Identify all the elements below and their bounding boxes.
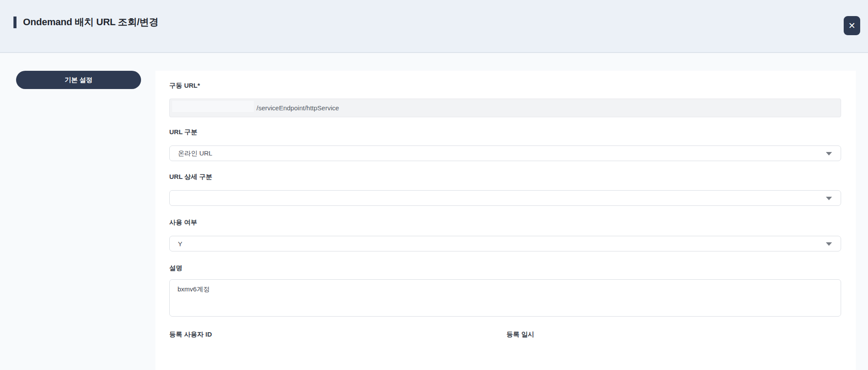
tab-basic-settings-label: 기본 설정 <box>65 76 92 84</box>
registration-info-row: 등록 사용자 ID 등록 일시 <box>169 330 841 338</box>
run-url-field: /serviceEndpoint/httpService <box>169 99 841 117</box>
page-title: Ondemand 배치 URL 조회/변경 <box>23 16 158 29</box>
use-yn-value: Y <box>170 240 182 248</box>
url-type-value: 온라인 URL <box>170 149 212 158</box>
use-yn-label: 사용 여부 <box>169 218 841 226</box>
description-textarea[interactable]: bxmv6계정 <box>169 279 841 317</box>
url-detail-type-label: URL 상세 구분 <box>169 173 841 181</box>
chevron-down-icon <box>826 242 832 246</box>
reg-user-id-label: 등록 사용자 ID <box>169 330 212 338</box>
tab-basic-settings[interactable]: 기본 설정 <box>16 71 141 89</box>
use-yn-select[interactable]: Y <box>169 236 841 251</box>
chevron-down-icon <box>826 197 832 200</box>
close-icon: ✕ <box>848 21 856 30</box>
dialog-header: Ondemand 배치 URL 조회/변경 ✕ <box>0 0 868 53</box>
description-label: 설명 <box>169 264 841 272</box>
form-panel: 구동 URL* /serviceEndpoint/httpService URL… <box>155 71 856 370</box>
reg-datetime-label: 등록 일시 <box>506 330 534 338</box>
url-type-label: URL 구분 <box>169 128 841 136</box>
page-title-wrap: Ondemand 배치 URL 조회/변경 <box>13 16 158 29</box>
value-mask <box>172 101 254 112</box>
form: 구동 URL* /serviceEndpoint/httpService URL… <box>155 71 856 338</box>
url-type-select[interactable]: 온라인 URL <box>169 145 841 161</box>
close-button[interactable]: ✕ <box>844 16 860 35</box>
chevron-down-icon <box>826 152 832 155</box>
run-url-label: 구동 URL* <box>169 82 841 89</box>
title-accent-bar <box>13 17 16 28</box>
url-detail-type-select[interactable] <box>169 190 841 206</box>
